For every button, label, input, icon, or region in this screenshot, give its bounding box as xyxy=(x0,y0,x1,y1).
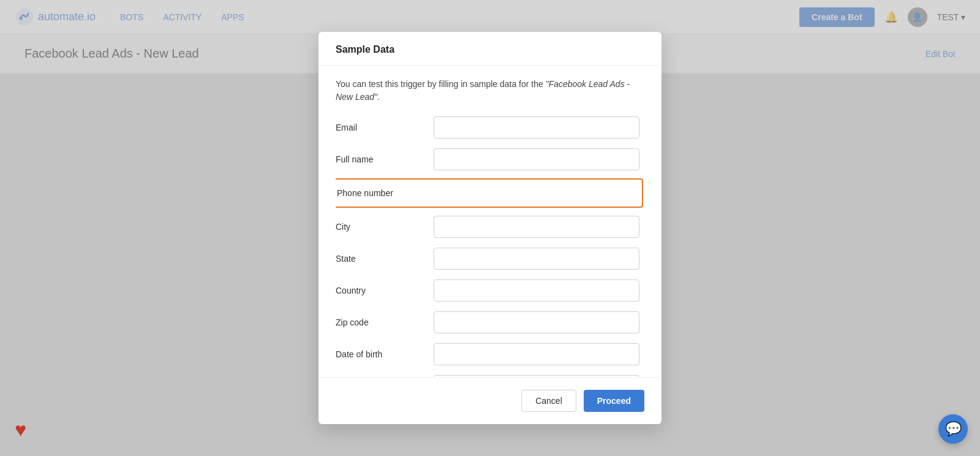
input-email[interactable] xyxy=(434,116,639,139)
label-state: State xyxy=(336,254,434,264)
label-fullname: Full name xyxy=(336,154,434,164)
field-fullname: Full name xyxy=(336,146,639,172)
input-country[interactable] xyxy=(434,279,639,302)
field-zipcode: Zip code xyxy=(336,310,639,335)
label-zipcode: Zip code xyxy=(336,317,434,327)
field-dob: Date of birth xyxy=(336,341,639,367)
field-phone: Phone number xyxy=(336,178,643,208)
form-scroll-area[interactable]: Email Full name Phone number City xyxy=(336,115,644,377)
input-fullname[interactable] xyxy=(434,148,639,170)
input-city[interactable] xyxy=(434,216,639,238)
input-dob[interactable] xyxy=(434,343,639,365)
label-email: Email xyxy=(336,123,434,132)
proceed-button[interactable]: Proceed xyxy=(584,390,644,412)
modal-overlay: Sample Data You can test this trigger by… xyxy=(0,0,980,456)
input-phone[interactable] xyxy=(435,182,638,204)
field-email: Email xyxy=(336,115,639,140)
label-phone: Phone number xyxy=(337,188,435,198)
input-state[interactable] xyxy=(434,248,639,270)
field-state: State xyxy=(336,246,639,272)
chat-button[interactable]: 💬 xyxy=(938,414,968,444)
dialog-title: Sample Data xyxy=(336,44,394,55)
dialog-description: You can test this trigger by filling in … xyxy=(336,78,644,104)
sample-data-dialog: Sample Data You can test this trigger by… xyxy=(318,32,662,424)
field-country: Country xyxy=(336,278,639,303)
label-dob: Date of birth xyxy=(336,349,434,359)
label-country: Country xyxy=(336,286,434,295)
dialog-footer: Cancel Proceed xyxy=(318,377,662,424)
label-city: City xyxy=(336,222,434,232)
input-zipcode[interactable] xyxy=(434,311,639,333)
dialog-header: Sample Data xyxy=(318,32,662,66)
cancel-button[interactable]: Cancel xyxy=(521,390,576,412)
dialog-body: You can test this trigger by filling in … xyxy=(318,66,662,377)
heart-icon[interactable]: ♥ xyxy=(15,419,26,441)
field-city: City xyxy=(336,214,639,240)
